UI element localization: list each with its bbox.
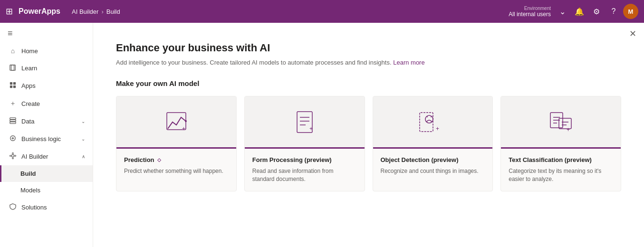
svg-rect-5 [13,86,16,88]
prediction-card-title: Prediction ◇ [124,156,229,163]
solutions-icon [9,203,17,211]
svg-rect-7 [10,120,16,122]
page-title: Enhance your business with AI [116,42,621,54]
form-processing-card-body: Form Processing (preview) Read and save … [245,149,365,191]
text-classification-card-title: Text Classification (preview) [509,156,613,163]
form-processing-card-visual: + [245,96,365,149]
environment-selector[interactable]: Environment All internal users [509,6,551,18]
form-processing-card-desc: Read and save information from standard … [252,167,357,183]
learn-more-link[interactable]: Learn more [393,59,424,66]
topbar: ⊞ PowerApps AI Builder › Build Environme… [0,0,644,23]
text-classification-card-desc: Categorize text by its meaning so it's e… [509,167,613,183]
svg-rect-4 [10,86,12,88]
env-value: All internal users [509,11,551,18]
settings-button[interactable]: ⚙ [589,4,604,19]
sidebar-item-create-label: Create [21,100,40,107]
business-logic-chevron-icon: ⌄ [81,136,85,142]
ai-builder-icon [9,152,17,161]
cards-grid: + Prediction ◇ Predict whether something… [116,96,621,191]
breadcrumb-build: Build [106,8,120,15]
sidebar-item-solutions[interactable]: Solutions [0,199,93,216]
object-detection-card-desc: Recognize and count things in images. [381,167,485,175]
sidebar-item-models-label: Models [20,187,40,194]
form-processing-card-title: Form Processing (preview) [252,156,357,163]
object-detection-card[interactable]: + Object Detection (preview) Recognize a… [373,96,493,191]
sidebar-item-business-logic[interactable]: Business logic ⌄ [0,130,93,148]
home-icon: ⌂ [9,47,17,55]
brand-label: PowerApps [19,7,60,16]
sidebar-item-data[interactable]: Data ⌄ [0,113,93,130]
notifications-button[interactable]: 🔔 [572,4,587,19]
text-classification-card[interactable]: + Text Classification (preview) Categori… [500,96,621,191]
svg-rect-2 [10,82,12,85]
close-button[interactable]: ✕ [629,28,636,39]
prediction-badge: ◇ [157,157,161,162]
sidebar-item-apps-label: Apps [21,82,36,89]
business-logic-icon [9,135,17,143]
object-detection-card-title: Object Detection (preview) [381,156,485,163]
apps-icon [9,82,17,90]
form-processing-card[interactable]: + Form Processing (preview) Read and sav… [244,96,365,191]
topbar-right: Environment All internal users ⌄ 🔔 ⚙ ? M [509,4,638,19]
data-icon [9,117,17,125]
content-area: ✕ Enhance your business with AI Add inte… [93,23,644,247]
env-label: Environment [524,6,551,11]
svg-text:+: + [182,125,185,132]
svg-rect-1 [11,65,16,70]
breadcrumb-separator: › [101,8,103,15]
object-detection-card-body: Object Detection (preview) Recognize and… [373,149,493,183]
svg-rect-3 [13,82,16,85]
sidebar-item-models[interactable]: Models [0,182,93,199]
help-button[interactable]: ? [606,4,621,19]
create-icon: ＋ [9,99,17,108]
sidebar-item-ai-builder-label: AI Builder [21,153,48,160]
sidebar-item-build[interactable]: Build [0,165,93,182]
svg-text:+: + [309,125,313,132]
prediction-icon: + [162,108,191,136]
sidebar-item-build-label: Build [20,170,36,177]
prediction-card-desc: Predict whether something will happen. [124,167,229,175]
text-classification-icon: + [547,108,575,136]
svg-point-10 [11,154,14,157]
avatar[interactable]: M [623,4,638,19]
sidebar-item-home[interactable]: ⌂ Home [0,42,93,59]
svg-rect-0 [10,65,14,70]
learn-icon [9,64,17,72]
sidebar-collapse-button[interactable]: ≡ [0,23,93,42]
text-classification-card-visual: + [501,96,621,149]
data-chevron-icon: ⌄ [81,119,85,124]
sidebar-item-ai-builder[interactable]: AI Builder ∧ [0,148,93,165]
page-subtitle: Add intelligence to your business. Creat… [116,59,621,66]
sidebar-item-learn[interactable]: Learn [0,59,93,77]
svg-rect-8 [10,122,16,124]
svg-point-11 [12,152,14,154]
text-classification-card-body: Text Classification (preview) Categorize… [501,149,621,191]
prediction-card-body: Prediction ◇ Predict whether something w… [116,149,236,183]
svg-point-12 [12,158,14,159]
svg-point-14 [15,155,16,157]
sidebar-item-solutions-label: Solutions [21,204,47,211]
sidebar-item-learn-label: Learn [21,65,37,72]
svg-point-13 [10,155,11,157]
waffle-icon[interactable]: ⊞ [6,6,13,17]
main-layout: ≡ ⌂ Home Learn Apps ＋ Create Data ⌄ [0,23,644,247]
breadcrumb-ai-builder[interactable]: AI Builder [72,8,98,15]
sidebar-item-data-label: Data [21,118,34,125]
svg-rect-6 [10,118,16,120]
env-chevron-button[interactable]: ⌄ [555,4,570,19]
form-processing-icon: + [290,108,319,136]
svg-text:+: + [567,126,570,133]
sidebar-item-apps[interactable]: Apps [0,77,93,95]
ai-builder-chevron-icon: ∧ [82,154,85,159]
section-title: Make your own AI model [116,79,621,87]
breadcrumb: AI Builder › Build [72,8,120,15]
subtitle-text: Add intelligence to your business. Creat… [116,59,392,66]
prediction-card[interactable]: + Prediction ◇ Predict whether something… [116,96,237,191]
sidebar-item-create[interactable]: ＋ Create [0,95,93,113]
sidebar: ≡ ⌂ Home Learn Apps ＋ Create Data ⌄ [0,23,93,247]
svg-text:+: + [436,125,439,132]
object-detection-card-visual: + [373,96,493,149]
sidebar-item-home-label: Home [21,48,38,55]
prediction-card-visual: + [116,96,236,149]
object-detection-icon: + [416,108,449,136]
